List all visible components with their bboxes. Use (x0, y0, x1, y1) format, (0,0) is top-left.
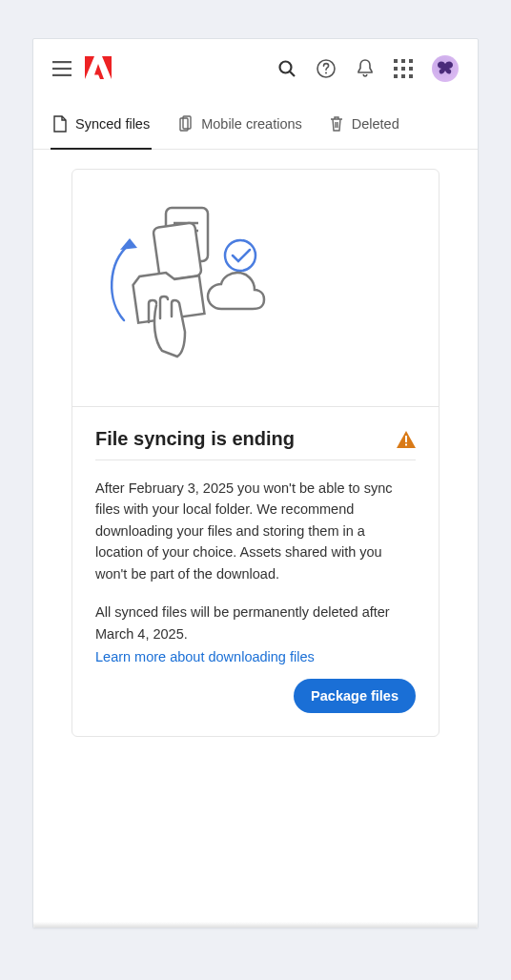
tab-label: Synced files (75, 116, 150, 132)
learn-more-link[interactable]: Learn more about downloading files (95, 649, 315, 664)
content-area: File syncing is ending After February 3,… (33, 150, 478, 928)
card-body: File syncing is ending After February 3,… (72, 407, 439, 736)
adobe-logo-icon (85, 56, 112, 81)
tab-label: Mobile creations (201, 116, 302, 132)
svg-rect-16 (394, 74, 398, 78)
notice-card: File syncing is ending After February 3,… (72, 169, 439, 737)
package-files-button[interactable]: Package files (294, 679, 416, 713)
file-icon (52, 115, 68, 133)
bell-icon (356, 58, 375, 79)
svg-marker-5 (94, 64, 104, 79)
svg-rect-29 (405, 436, 407, 442)
svg-marker-3 (85, 56, 94, 79)
tabs: Synced files Mobile creations Deleted (33, 98, 478, 150)
svg-rect-11 (401, 59, 405, 63)
mobile-stack-icon (176, 115, 194, 133)
svg-rect-27 (153, 222, 201, 281)
avatar-butterfly-icon (435, 58, 456, 79)
svg-rect-0 (52, 61, 72, 63)
svg-point-6 (280, 62, 292, 73)
avatar[interactable] (432, 55, 459, 82)
sync-illustration-icon (95, 196, 276, 368)
svg-marker-23 (120, 238, 137, 250)
svg-line-7 (290, 71, 295, 76)
card-actions: Package files (95, 679, 416, 713)
tab-deleted[interactable]: Deleted (329, 98, 399, 149)
tab-synced-files[interactable]: Synced files (52, 98, 150, 149)
svg-rect-2 (52, 74, 72, 76)
notifications-button[interactable] (356, 58, 375, 79)
search-button[interactable] (277, 59, 296, 78)
svg-marker-4 (102, 56, 112, 79)
hamburger-icon (52, 61, 72, 76)
header-left (52, 56, 112, 81)
warning-icon (397, 431, 416, 448)
svg-rect-15 (409, 67, 413, 71)
svg-rect-13 (394, 67, 398, 71)
help-icon (316, 58, 337, 79)
card-paragraph-2: All synced files will be permanently del… (95, 602, 416, 644)
header (33, 39, 478, 98)
scroll-shadow (33, 922, 478, 928)
svg-point-9 (325, 72, 327, 74)
svg-rect-1 (52, 68, 72, 70)
svg-rect-12 (409, 59, 413, 63)
apps-grid-button[interactable] (394, 59, 413, 78)
card-paragraph-1: After February 3, 2025 you won't be able… (95, 478, 416, 584)
svg-rect-30 (405, 443, 407, 445)
tab-label: Deleted (352, 116, 399, 132)
header-right (277, 55, 459, 82)
trash-icon (329, 115, 344, 133)
menu-button[interactable] (52, 61, 72, 76)
svg-point-28 (225, 240, 256, 271)
help-button[interactable] (316, 58, 337, 79)
card-title: File syncing is ending (95, 428, 295, 450)
svg-rect-18 (409, 74, 413, 78)
card-title-row: File syncing is ending (95, 428, 416, 460)
tab-mobile-creations[interactable]: Mobile creations (176, 98, 302, 149)
svg-rect-10 (394, 59, 398, 63)
search-icon (277, 59, 296, 78)
card-illustration (72, 170, 439, 407)
svg-rect-14 (401, 67, 405, 71)
app-window: Synced files Mobile creations Deleted (32, 38, 479, 929)
svg-rect-17 (401, 74, 405, 78)
apps-grid-icon (394, 59, 413, 78)
